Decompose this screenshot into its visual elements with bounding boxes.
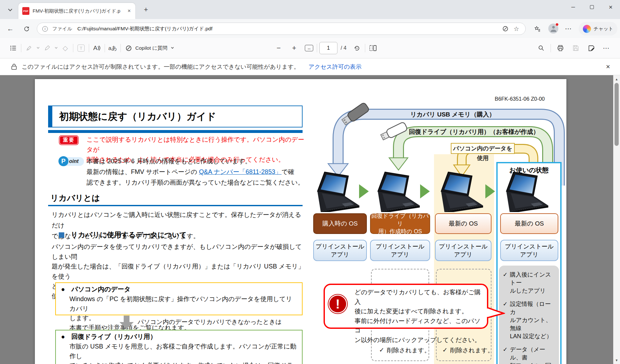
sub-heading: リカバリに使用するデータについて: [71, 230, 187, 240]
recovery-drive-box-title: 回復ドライブ（リカバリ用）: [71, 333, 157, 340]
warning-callout-text: どのデータでリカバリしても、お客様がご購入 後に加えた変更はすべて削除されます。…: [355, 288, 484, 345]
fit-width-icon[interactable]: ↔: [304, 42, 315, 54]
os-box-latest: 最新の OS: [435, 213, 491, 234]
laptop-icon: [436, 171, 488, 212]
os-box-recovery-drive: 回復ドライブ（リカバリ 用）作成時の OS: [370, 213, 430, 234]
print-icon[interactable]: [555, 42, 566, 54]
section-heading-rule: [48, 205, 303, 206]
read-aloud-icon[interactable]: A: [91, 42, 102, 54]
info-icon[interactable]: i: [42, 26, 48, 32]
bullet-icon: ●: [61, 333, 65, 340]
notification-dot: [555, 23, 559, 26]
back-button[interactable]: ←: [5, 24, 16, 34]
checklist-item: ✓購入後にインストー ルしたアプリ: [503, 271, 556, 295]
refresh-button[interactable]: [21, 24, 32, 34]
translate-icon[interactable]: aあ: [107, 42, 118, 54]
title-accent-bar: [49, 106, 52, 127]
qa-number-link[interactable]: Q&A ナンバー「6811-2853」: [199, 168, 282, 175]
pen-dropdown-icon[interactable]: [53, 42, 60, 54]
favorites-bar-button[interactable]: [532, 24, 542, 34]
user-data-checklist: ✓購入後にインストー ルしたアプリ ✓設定情報（ローカ ルアカウント、無線 LA…: [499, 266, 559, 364]
close-button[interactable]: ×: [601, 0, 620, 14]
recovery-drive-box-body: 市販の USB メモリを用意し、お客様ご自身で作成します。パソコンが正常に動作し…: [61, 342, 297, 364]
copilot-address-icon[interactable]: [501, 25, 509, 33]
laptop-icon: [501, 171, 553, 212]
callout-tail: [487, 306, 505, 320]
settings-more-button[interactable]: ⋯: [563, 24, 574, 34]
favorite-star-icon[interactable]: ☆: [512, 25, 520, 33]
laptop-icon: [373, 171, 424, 212]
flow-arrow-icon: [420, 184, 430, 198]
recovery-drive-box: ● 回復ドライブ（リカバリ用） 市販の USB メモリを用意し、お客様ご自身で作…: [55, 330, 303, 364]
scrollbar-thumb[interactable]: [615, 83, 619, 146]
address-bar: ← i ファイル C:/Fujitsu/manual/FMV-初期状態に戻す(リ…: [0, 19, 620, 38]
deleted-note: ✓削除されます。: [442, 346, 494, 355]
green-arrowhead: [389, 158, 408, 170]
more-options-icon[interactable]: ⋯: [601, 42, 612, 54]
section-heading-recovery: リカバリとは: [50, 193, 100, 203]
copilot-dropdown-icon[interactable]: [169, 42, 176, 54]
bullet-icon: ●: [61, 286, 65, 293]
page-number-input[interactable]: [319, 42, 337, 54]
refresh-icon: [24, 26, 30, 32]
rotate-icon[interactable]: [352, 42, 363, 54]
table-of-contents-icon[interactable]: [8, 42, 19, 54]
blue-square-bullet-icon: [59, 232, 64, 238]
tab-search-button[interactable]: [4, 4, 16, 15]
pdf-viewer: B6FK-6351-06 Z0-00 初期状態に戻す（リカバリ）ガイド 重要 こ…: [0, 75, 620, 364]
pen-icon[interactable]: [42, 42, 53, 54]
new-tab-button[interactable]: +: [141, 5, 151, 15]
scrollbar[interactable]: ▲ ▼: [613, 75, 620, 364]
maximize-button[interactable]: [583, 0, 601, 14]
tab-close-icon[interactable]: ×: [127, 8, 131, 14]
scroll-up-icon[interactable]: ▲: [613, 76, 620, 82]
document-title-box: 初期状態に戻す（リカバリ）ガイド: [48, 106, 303, 127]
usb-stick-dark-icon: [338, 98, 378, 129]
scheme-label: ファイル: [52, 26, 72, 32]
document-title: 初期状態に戻す（リカバリ）ガイド: [59, 106, 216, 127]
down-arrow-icon: [119, 316, 134, 329]
browser-window: PDF FMV-初期状態に戻す(リカバリ)ガイド.p × + ─ × ← i フ…: [0, 0, 620, 364]
pc-data-band-label: パソコン内のデータを使用: [451, 143, 515, 154]
chat-label: チャット: [594, 26, 613, 32]
preinstalled-apps-box: プリインストール アプリ: [435, 240, 491, 261]
address-pill[interactable]: i ファイル C:/Fujitsu/manual/FMV-初期状態に戻す(リカバ…: [37, 23, 526, 35]
pdf-favicon-icon: PDF: [22, 7, 29, 15]
copilot-chat-button[interactable]: チャット: [579, 22, 617, 35]
notification-message: このファイルにはアクセス許可が制限されています。一部の機能にアクセスできない可能…: [22, 63, 299, 71]
zoom-in-icon[interactable]: +: [289, 42, 300, 54]
preinstalled-apps-box: プリインストール アプリ: [370, 240, 430, 261]
sub-heading-row: リカバリに使用するデータについて: [59, 230, 187, 240]
zoom-out-icon[interactable]: −: [273, 42, 284, 54]
chevron-down-icon: [8, 7, 12, 11]
os-box-latest-current: 最新の OS: [500, 213, 558, 234]
maximize-icon: [590, 5, 594, 9]
pc-data-box-body: Windows の「PC を初期状態に戻す」操作でパソコン内のデータを使用してリ…: [61, 294, 297, 332]
highlighter-dropdown-icon[interactable]: [35, 42, 42, 54]
save-as-icon[interactable]: [586, 42, 597, 54]
favorites-list-icon: [534, 25, 541, 32]
search-icon[interactable]: [536, 42, 547, 54]
page-view-icon[interactable]: [367, 42, 378, 54]
save-icon[interactable]: [570, 42, 581, 54]
add-text-icon[interactable]: T: [76, 42, 87, 54]
copilot-icon[interactable]: [123, 42, 134, 54]
permission-link[interactable]: アクセス許可の表示: [308, 63, 361, 71]
checklist-item: ✓データ（メール、書 類ファイル、写真、 動画、音楽など）: [503, 346, 556, 364]
lock-icon: [11, 63, 17, 70]
active-tab[interactable]: PDF FMV-初期状態に戻す(リカバリ)ガイド.p ×: [18, 3, 135, 19]
checklist-item: ✓設定情報（ローカ ルアカウント、無線 LAN 設定など）: [503, 300, 556, 340]
os-box-purchase: 購入時の OS: [313, 213, 367, 234]
fallback-arrow-label: パソコン内のデータでリカバリできなかったときは: [138, 318, 282, 326]
pc-data-box-title: パソコン内のデータ: [71, 286, 130, 293]
notification-close-icon[interactable]: ×: [603, 62, 613, 72]
window-controls: ─ ×: [564, 0, 620, 14]
scroll-down-icon[interactable]: ▼: [613, 357, 620, 363]
pc-data-box: ● パソコン内のデータ Windows の「PC を初期状態に戻す」操作でパソコ…: [55, 282, 303, 315]
copilot-label[interactable]: Copilot に質問: [135, 45, 167, 52]
url-text[interactable]: C:/Fujitsu/manual/FMV-初期状態に戻す(リカバリ)ガイド.p…: [77, 25, 498, 32]
minimize-button[interactable]: ─: [564, 0, 583, 14]
laptop-icon: [312, 171, 364, 212]
highlighter-icon[interactable]: [24, 42, 35, 54]
eraser-icon[interactable]: ◇: [60, 42, 71, 54]
